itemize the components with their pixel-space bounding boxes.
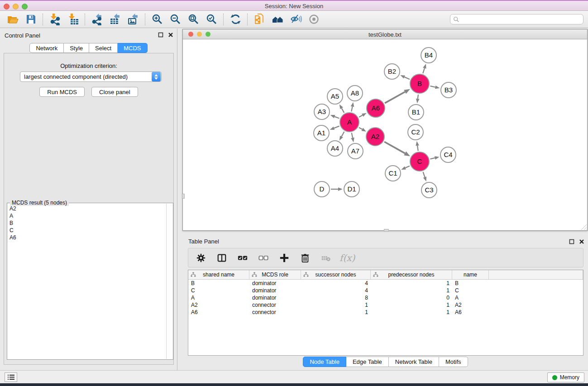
- graph-node-a6[interactable]: A6: [367, 99, 385, 117]
- graph-node-c3[interactable]: C3: [421, 182, 437, 198]
- search-box[interactable]: [450, 14, 583, 24]
- graph-node-b2[interactable]: B2: [384, 64, 400, 79]
- table-cell[interactable]: C: [452, 287, 489, 294]
- export-image-icon[interactable]: [124, 13, 142, 26]
- mcds-result-item[interactable]: B: [8, 219, 166, 227]
- tab-network-table[interactable]: Network Table: [389, 357, 439, 367]
- optimization-criterion-select[interactable]: largest connected component (directed): [20, 71, 162, 82]
- zoom-out-icon[interactable]: [166, 13, 184, 26]
- table-cell[interactable]: A6: [188, 309, 249, 316]
- column-header-shared-name[interactable]: shared name: [188, 270, 249, 279]
- table-cell[interactable]: B: [452, 280, 489, 287]
- mcds-result-item[interactable]: A: [8, 212, 166, 219]
- graph-node-d[interactable]: D: [314, 181, 330, 197]
- graph-node-b3[interactable]: B3: [441, 82, 456, 98]
- graph-edge[interactable]: [416, 95, 420, 103]
- tab-network[interactable]: Network: [29, 43, 64, 53]
- delete-column-icon[interactable]: [298, 251, 312, 265]
- graph-edge[interactable]: [351, 133, 354, 143]
- hide-panel-icon[interactable]: [287, 13, 305, 26]
- table-cell[interactable]: 1: [371, 280, 452, 287]
- table-settings-icon[interactable]: [194, 251, 208, 265]
- table-cell[interactable]: dominator: [249, 287, 301, 294]
- table-cell[interactable]: C: [188, 287, 249, 294]
- table-cell[interactable]: 1: [301, 309, 371, 316]
- tab-style[interactable]: Style: [64, 43, 89, 53]
- save-session-icon[interactable]: [22, 13, 40, 26]
- mcds-result-item[interactable]: A2: [8, 205, 166, 212]
- graph-edge[interactable]: [430, 156, 439, 159]
- graph-node-a1[interactable]: A1: [314, 125, 329, 141]
- graph-edge[interactable]: [423, 172, 427, 181]
- open-session-icon[interactable]: [4, 13, 22, 26]
- unselect-all-columns-icon[interactable]: [256, 251, 271, 265]
- graph-node-a2[interactable]: A2: [366, 128, 384, 146]
- show-all-networks-icon[interactable]: [268, 13, 287, 26]
- frame-handle-left[interactable]: [182, 194, 185, 199]
- close-panel-button[interactable]: Close panel: [91, 87, 138, 97]
- graph-node-c4[interactable]: C4: [440, 147, 456, 162]
- graph-node-a3[interactable]: A3: [314, 104, 330, 119]
- add-column-icon[interactable]: [277, 251, 292, 265]
- tab-node-table[interactable]: Node Table: [303, 357, 346, 367]
- close-panel-icon[interactable]: [168, 32, 173, 38]
- graph-edge[interactable]: [384, 142, 410, 156]
- table-cell[interactable]: dominator: [249, 280, 301, 287]
- zoom-selected-icon[interactable]: [202, 13, 220, 26]
- graph-node-a5[interactable]: A5: [327, 89, 343, 104]
- export-network-icon[interactable]: [88, 13, 106, 26]
- graph-node-a[interactable]: A: [340, 113, 359, 132]
- graph-edge[interactable]: [401, 166, 410, 170]
- table-cell[interactable]: connector: [249, 309, 301, 316]
- graph-node-b[interactable]: B: [410, 74, 429, 93]
- table-row[interactable]: Adominator80A: [188, 294, 583, 301]
- memory-button[interactable]: Memory: [547, 372, 584, 382]
- mcds-result-item[interactable]: C: [8, 227, 166, 234]
- run-mcds-button[interactable]: Run MCDS: [39, 87, 85, 97]
- graph-edge[interactable]: [400, 75, 410, 79]
- search-input[interactable]: [459, 14, 583, 24]
- refresh-layout-icon[interactable]: [226, 13, 244, 26]
- tab-select[interactable]: Select: [89, 43, 118, 53]
- table-cell[interactable]: connector: [249, 301, 301, 309]
- table-cell[interactable]: A: [452, 294, 489, 301]
- graph-edge[interactable]: [416, 141, 419, 151]
- graph-node-c[interactable]: C: [410, 152, 429, 171]
- show-panel-icon[interactable]: [305, 13, 323, 26]
- table-cell[interactable]: 8: [301, 294, 371, 301]
- graph-node-c2[interactable]: C2: [408, 124, 423, 140]
- table-cell[interactable]: A6: [452, 309, 489, 316]
- graph-node-a4[interactable]: A4: [327, 141, 343, 156]
- graph-edge[interactable]: [351, 102, 354, 112]
- tab-mcds[interactable]: MCDS: [118, 43, 147, 53]
- zoom-in-icon[interactable]: [148, 13, 166, 26]
- zoom-fit-icon[interactable]: [184, 13, 202, 26]
- table-cell[interactable]: A2: [452, 301, 489, 309]
- graph-edge[interactable]: [359, 128, 366, 132]
- graph-node-b1[interactable]: B1: [408, 105, 424, 120]
- graph-edge[interactable]: [359, 113, 367, 117]
- mcds-result-list[interactable]: A2ABCA6: [8, 205, 166, 359]
- column-header-successor-nodes[interactable]: successor nodes: [301, 270, 371, 279]
- table-cell[interactable]: dominator: [249, 294, 301, 301]
- session-overview-icon[interactable]: [250, 13, 268, 26]
- table-row[interactable]: Cdominator41C: [188, 287, 583, 294]
- tab-motifs[interactable]: Motifs: [439, 357, 468, 367]
- network-window-title-bar[interactable]: testGlobe.txt: [183, 29, 587, 39]
- graph-node-a8[interactable]: A8: [347, 86, 363, 101]
- graph-edge[interactable]: [423, 64, 426, 73]
- table-row[interactable]: A6connector11A6: [188, 309, 583, 316]
- import-table-icon[interactable]: [64, 13, 82, 26]
- graph-edge[interactable]: [331, 187, 343, 191]
- table-cell[interactable]: 1: [371, 287, 452, 294]
- import-network-icon[interactable]: [46, 13, 64, 26]
- table-cell[interactable]: 4: [301, 287, 371, 294]
- scrollbar-track[interactable]: [166, 204, 172, 359]
- select-all-columns-icon[interactable]: [235, 251, 250, 265]
- graph-node-c1[interactable]: C1: [385, 166, 401, 181]
- table-cell[interactable]: 0: [371, 294, 452, 301]
- tab-edge-table[interactable]: Edge Table: [346, 357, 389, 367]
- graph-edge[interactable]: [330, 115, 339, 119]
- column-layout-icon[interactable]: [215, 251, 229, 265]
- graph-edge[interactable]: [430, 86, 440, 89]
